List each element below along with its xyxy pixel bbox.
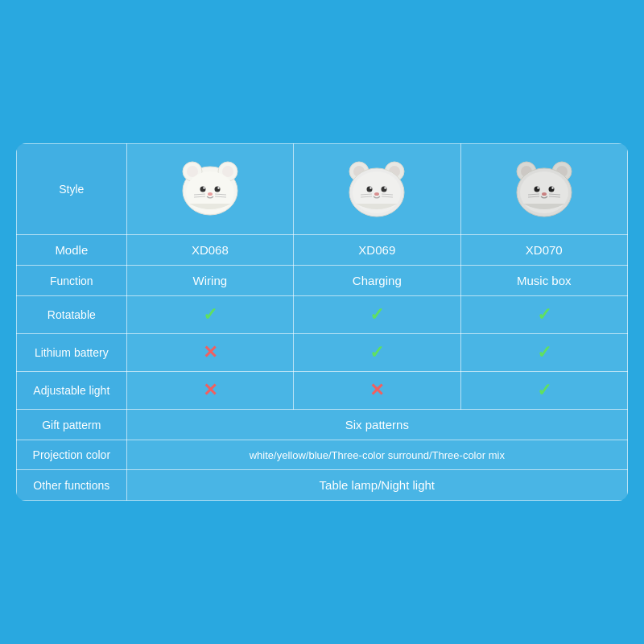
svg-point-10 bbox=[208, 192, 213, 196]
model-col1: XD068 bbox=[126, 235, 293, 266]
gift-label: Gift patterm bbox=[17, 410, 127, 440]
svg-point-9 bbox=[217, 187, 219, 188]
function-label: Function bbox=[17, 266, 127, 296]
gift-row: Gift patterm Six patterns bbox=[17, 410, 628, 440]
svg-point-36 bbox=[534, 187, 539, 192]
svg-point-23 bbox=[370, 187, 372, 188]
adjustable-row: Adjustable light ✕ ✕ ✓ bbox=[17, 372, 628, 410]
lithium-col3: ✓ bbox=[460, 334, 627, 372]
lamp-col2 bbox=[294, 144, 460, 235]
function-col3: Music box bbox=[460, 266, 627, 296]
adjustable-col1: ✕ bbox=[126, 372, 293, 410]
rotatable-col3: ✓ bbox=[460, 296, 627, 334]
adjustable-col2: ✕ bbox=[294, 372, 460, 410]
model-label: Modle bbox=[17, 235, 127, 266]
lithium-label: Lithium battery bbox=[17, 334, 127, 372]
check-icon: ✓ bbox=[537, 380, 551, 400]
check-icon: ✓ bbox=[537, 304, 551, 324]
model-col2: XD069 bbox=[294, 235, 460, 266]
gift-value: Six patterns bbox=[126, 410, 627, 440]
projection-value: white/yellow/blue/Three-color surround/T… bbox=[126, 440, 627, 470]
cross-icon: ✕ bbox=[203, 380, 217, 400]
rotatable-row: Rotatable ✓ ✓ ✓ bbox=[17, 296, 628, 334]
other-row: Other functions Table lamp/Night light bbox=[17, 470, 628, 501]
lithium-col1: ✕ bbox=[126, 334, 293, 372]
lithium-col2: ✓ bbox=[294, 334, 460, 372]
svg-point-25 bbox=[374, 192, 379, 196]
svg-point-40 bbox=[542, 192, 547, 196]
lamp-col3 bbox=[460, 144, 627, 235]
svg-point-22 bbox=[382, 187, 387, 192]
rotatable-col1: ✓ bbox=[126, 296, 293, 334]
svg-point-6 bbox=[200, 187, 205, 192]
other-label: Other functions bbox=[17, 470, 127, 501]
rotatable-col2: ✓ bbox=[294, 296, 460, 334]
style-row: Style bbox=[17, 144, 628, 235]
svg-point-8 bbox=[203, 187, 204, 188]
svg-point-24 bbox=[385, 187, 386, 188]
other-value: Table lamp/Night light bbox=[126, 470, 627, 501]
lamp-image-2 bbox=[345, 157, 409, 221]
adjustable-col3: ✓ bbox=[460, 372, 627, 410]
function-row: Function Wiring Charging Music box bbox=[17, 266, 628, 296]
check-icon: ✓ bbox=[537, 342, 551, 362]
check-icon: ✓ bbox=[369, 304, 384, 324]
check-icon: ✓ bbox=[369, 342, 384, 362]
svg-point-37 bbox=[548, 187, 554, 192]
check-icon: ✓ bbox=[203, 304, 217, 324]
model-col3: XD070 bbox=[460, 235, 627, 266]
svg-point-39 bbox=[551, 187, 553, 188]
cross-icon: ✕ bbox=[203, 342, 217, 362]
cross-icon: ✕ bbox=[369, 380, 384, 400]
function-col2: Charging bbox=[294, 266, 460, 296]
lamp-image-1 bbox=[178, 157, 242, 221]
projection-row: Projection color white/yellow/blue/Three… bbox=[17, 440, 628, 470]
function-col1: Wiring bbox=[126, 266, 293, 296]
model-row: Modle XD068 XD069 XD070 bbox=[17, 235, 628, 266]
lamp-image-3 bbox=[512, 157, 576, 221]
rotatable-label: Rotatable bbox=[17, 296, 127, 334]
adjustable-label: Adjustable light bbox=[17, 372, 127, 410]
lithium-row: Lithium battery ✕ ✓ ✓ bbox=[17, 334, 628, 372]
svg-point-38 bbox=[537, 187, 539, 188]
projection-label: Projection color bbox=[17, 440, 127, 470]
svg-point-21 bbox=[367, 187, 373, 192]
lamp-col1 bbox=[126, 144, 293, 235]
svg-point-7 bbox=[214, 187, 220, 192]
style-label: Style bbox=[17, 144, 127, 235]
